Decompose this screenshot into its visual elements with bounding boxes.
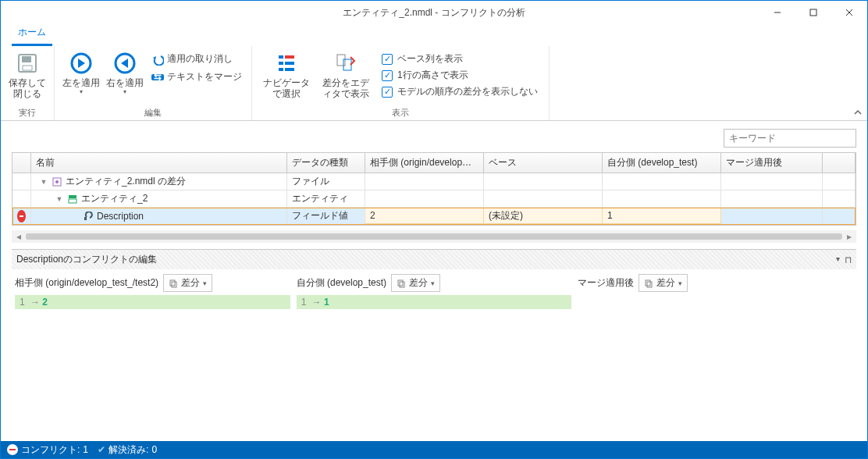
after-merge-label: マージ適用後 <box>578 276 634 290</box>
horizontal-scrollbar[interactable]: ◂▸ <box>12 230 856 243</box>
maximize-button[interactable] <box>795 1 831 24</box>
row-after <box>721 208 823 224</box>
svg-rect-5 <box>22 56 31 62</box>
show-base-column-checkbox[interactable]: ✓ ベース列を表示 <box>382 52 538 66</box>
checkbox-checked-icon: ✓ <box>382 87 393 98</box>
header-status[interactable] <box>12 153 31 173</box>
row-name: Description <box>97 211 144 222</box>
arrow-left-circle-icon <box>112 51 137 76</box>
one-line-height-label: 1行の高さで表示 <box>397 69 468 82</box>
row-base: (未設定) <box>484 208 603 224</box>
header-other[interactable]: 相手側 (origin/develop… <box>365 153 484 173</box>
diff-grid: 名前 データの種類 相手側 (origin/develop… ベース 自分側 (… <box>12 152 856 226</box>
row-self <box>603 190 721 207</box>
select-in-navigator-button[interactable]: ナビゲータで選択 <box>258 49 315 101</box>
checkbox-checked-icon: ✓ <box>382 54 393 65</box>
editor-column-after: マージ適用後 差分 ▾ <box>578 274 853 341</box>
header-after[interactable]: マージ適用後 <box>721 153 823 173</box>
row-base <box>484 173 603 190</box>
diff-btn-label: 差分 <box>181 276 200 290</box>
file-icon <box>52 176 62 187</box>
svg-rect-11 <box>279 55 283 59</box>
diff-dropdown-button[interactable]: 差分 ▾ <box>163 274 212 292</box>
row-other: 2 <box>365 208 484 224</box>
row-name: エンティティ_2.nmdl の差分 <box>66 175 186 188</box>
svg-rect-21 <box>69 195 76 198</box>
pin-icon[interactable]: ⊓ <box>845 254 852 265</box>
row-other <box>365 190 484 207</box>
hide-model-order-diff-label: モデルの順序の差分を表示しない <box>397 85 538 98</box>
header-base[interactable]: ベース <box>484 153 603 173</box>
svg-rect-24 <box>170 280 175 286</box>
ribbon-tabs: ホーム <box>1 24 867 46</box>
row-base <box>484 190 603 207</box>
save-and-close-label: 保存して閉じる <box>9 77 46 100</box>
chevron-down-icon[interactable]: ▾ <box>836 254 840 265</box>
row-self: 1 <box>603 208 721 224</box>
conflict-count: 1 <box>83 444 88 455</box>
show-diff-in-editor-button[interactable]: 差分をエディタで表示 <box>318 49 374 101</box>
ribbon: 保存して閉じる 実行 左を適用 ▾ 右を適用 ▾ <box>1 46 867 121</box>
tree-collapse-icon[interactable]: ▼ <box>55 195 64 203</box>
minimize-button[interactable] <box>760 1 795 24</box>
svg-rect-26 <box>398 280 403 286</box>
group-view-label: 表示 <box>392 105 409 119</box>
apply-right-button[interactable]: 右を適用 ▾ <box>105 49 145 98</box>
status-resolved: ✔ 解決済み: 0 <box>98 443 157 457</box>
svg-rect-14 <box>285 62 294 65</box>
svg-rect-12 <box>285 55 294 59</box>
svg-point-20 <box>55 180 59 183</box>
table-row[interactable]: Description フィールド値 2 (未設定) 1 <box>12 208 856 225</box>
undo-apply-label: 適用の取り消し <box>167 52 233 66</box>
table-row[interactable]: ▼ エンティティ_2.nmdl の差分 ファイル <box>12 173 856 190</box>
merge-text-button[interactable]: ⇆ テキストをマージ <box>148 69 245 85</box>
row-after <box>721 173 823 190</box>
group-exec-label: 実行 <box>19 105 36 119</box>
window-title: エンティティ_2.nmdl - コンフリクトの分析 <box>343 6 525 20</box>
svg-rect-1 <box>810 9 816 16</box>
save-and-close-button[interactable]: 保存して閉じる <box>7 49 48 101</box>
diff-from: 1 <box>301 297 307 308</box>
save-icon <box>15 51 40 76</box>
header-self[interactable]: 自分側 (develop_test) <box>603 153 721 173</box>
table-row[interactable]: ▼ エンティティ_2 エンティティ <box>12 190 856 208</box>
header-type[interactable]: データの種類 <box>287 153 365 173</box>
merge-icon: ⇆ <box>151 73 164 82</box>
row-type: フィールド値 <box>287 208 365 224</box>
diff-dropdown-button[interactable]: 差分 ▾ <box>639 274 688 292</box>
svg-rect-15 <box>279 68 283 71</box>
header-name[interactable]: 名前 <box>31 153 287 173</box>
entity-icon <box>67 194 78 205</box>
resolved-count: 0 <box>151 444 157 455</box>
chevron-down-icon: ▾ <box>80 88 83 96</box>
diff-dropdown-button[interactable]: 差分 ▾ <box>391 274 440 292</box>
tab-home[interactable]: ホーム <box>12 21 52 46</box>
status-conflict: コンフリクト: 1 <box>7 443 88 457</box>
navigator-icon <box>274 51 299 76</box>
svg-rect-6 <box>23 66 32 70</box>
grid-header: 名前 データの種類 相手側 (origin/develop… ベース 自分側 (… <box>12 153 856 173</box>
copy-icon <box>397 279 406 288</box>
row-after <box>721 190 823 207</box>
one-line-height-checkbox[interactable]: ✓ 1行の高さで表示 <box>382 69 538 82</box>
editor-column-self: 自分側 (develop_test) 差分 ▾ 1 → 1 <box>297 274 572 341</box>
editor-column-other: 相手側 (origin/develop_test_/test2) 差分 ▾ 1 … <box>15 274 290 341</box>
copy-icon <box>644 279 653 288</box>
close-button[interactable] <box>831 1 867 24</box>
diff-line-self: 1 → 1 <box>297 295 572 309</box>
row-type: エンティティ <box>287 190 365 207</box>
conflict-editor-panel: Descriptionのコンフリクトの編集 ▾ ⊓ 相手側 (origin/de… <box>12 249 856 363</box>
other-side-label: 相手側 (origin/develop_test_/test2) <box>15 276 158 290</box>
header-pad <box>823 153 856 173</box>
search-input[interactable] <box>724 129 856 148</box>
show-base-column-label: ベース列を表示 <box>397 52 463 66</box>
diff-editor-icon <box>333 51 358 76</box>
undo-apply-button[interactable]: 適用の取り消し <box>148 51 245 67</box>
conflict-status-icon <box>7 444 18 455</box>
hide-model-order-diff-checkbox[interactable]: ✓ モデルの順序の差分を表示しない <box>382 85 538 98</box>
select-in-navigator-label: ナビゲータで選択 <box>260 77 313 100</box>
tree-collapse-icon[interactable]: ▼ <box>39 178 48 186</box>
apply-right-label: 右を適用 <box>106 77 144 88</box>
apply-left-button[interactable]: 左を適用 ▾ <box>61 49 101 98</box>
collapse-ribbon-button[interactable] <box>853 108 863 117</box>
